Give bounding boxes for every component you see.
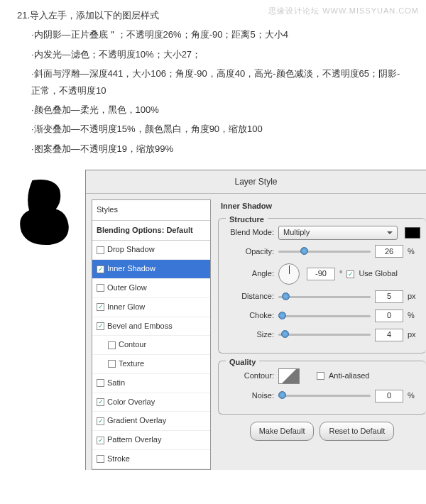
style-checkbox[interactable]: ✓ (97, 437, 104, 444)
style-label: Drop Shadow (107, 243, 155, 257)
noise-input[interactable]: 0 (375, 390, 403, 402)
tutorial-text: 21.导入左手，添加以下的图层样式 ·内阴影—正片叠底＂；不透明度26%；角度-… (0, 0, 426, 157)
style-row-stroke[interactable]: Stroke (92, 450, 210, 469)
bullet: ·内发光—滤色；不透明度10%；大小27； (17, 46, 409, 62)
opacity-input[interactable]: 26 (375, 245, 403, 258)
style-row-texture[interactable]: Texture (92, 355, 210, 374)
section-title: Inner Shadow (221, 199, 426, 214)
shadow-color-swatch[interactable] (405, 227, 420, 239)
style-checkbox[interactable]: ✓ (97, 417, 104, 425)
blending-options-row[interactable]: Blending Options: Default (92, 221, 210, 241)
structure-label: Structure (226, 213, 268, 227)
bullet: ·图案叠加—不透明度19，缩放99% (17, 141, 409, 157)
quality-label: Quality (226, 356, 259, 370)
style-checkbox[interactable] (97, 379, 104, 387)
distance-label: Distance: (224, 290, 274, 304)
size-slider[interactable] (278, 330, 371, 340)
opacity-slider[interactable] (278, 246, 371, 256)
style-row-bevel-and-emboss[interactable]: ✓Bevel and Emboss (92, 317, 210, 336)
style-label: Satin (107, 376, 125, 390)
watermark-text: 思缘设计论坛 WWW.MISSYUAN.COM (268, 4, 419, 18)
style-checkbox[interactable] (97, 246, 104, 254)
structure-group: Structure Blend Mode: Multiply Opacity: … (218, 218, 426, 354)
distance-input[interactable]: 5 (375, 290, 403, 303)
style-row-pattern-overlay[interactable]: ✓Pattern Overlay (92, 431, 210, 450)
blend-mode-select[interactable]: Multiply (278, 226, 398, 240)
use-global-checkbox[interactable]: ✓ (346, 270, 354, 278)
settings-panel: Inner Shadow Structure Blend Mode: Multi… (211, 199, 426, 470)
style-row-contour[interactable]: Contour (92, 336, 210, 355)
style-row-inner-shadow[interactable]: ✓Inner Shadow (92, 260, 210, 279)
style-checkbox[interactable] (97, 284, 104, 292)
quality-group: Quality Contour: Anti-aliased Noise: 0 % (218, 361, 426, 415)
use-global-label: Use Global (359, 267, 397, 281)
style-row-color-overlay[interactable]: ✓Color Overlay (92, 393, 210, 412)
layer-style-dialog: Layer Style Styles Blending Options: Def… (85, 170, 426, 470)
bullet: ·渐变叠加—不透明度15%，颜色黑白，角度90，缩放100 (17, 121, 409, 137)
noise-label: Noise: (224, 389, 274, 403)
style-label: Bevel and Emboss (107, 319, 173, 334)
style-label: Inner Glow (107, 300, 145, 314)
contour-picker[interactable] (278, 368, 300, 384)
noise-slider[interactable] (278, 391, 371, 401)
angle-dial[interactable] (278, 263, 300, 285)
anti-aliased-label: Anti-aliased (329, 369, 369, 383)
style-label: Gradient Overlay (107, 414, 166, 428)
style-checkbox[interactable] (108, 360, 116, 368)
size-input[interactable]: 4 (375, 329, 403, 341)
style-row-drop-shadow[interactable]: Drop Shadow (92, 241, 210, 260)
style-label: Outer Glow (107, 281, 147, 295)
style-checkbox[interactable]: ✓ (97, 303, 104, 311)
style-checkbox[interactable]: ✓ (97, 398, 104, 406)
dialog-title: Layer Style (86, 170, 426, 194)
style-checkbox[interactable]: ✓ (97, 265, 104, 273)
bullet: ·颜色叠加—柔光，黑色，100% (17, 102, 409, 118)
noise-unit: % (408, 389, 420, 403)
angle-input[interactable]: -90 (307, 268, 335, 280)
style-label: Texture (119, 357, 144, 371)
distance-slider[interactable] (278, 292, 371, 302)
choke-label: Choke: (224, 309, 274, 323)
style-row-satin[interactable]: Satin (92, 374, 210, 393)
blend-mode-label: Blend Mode: (224, 226, 274, 240)
hand-shape-preview (10, 177, 81, 470)
style-label: Pattern Overlay (107, 433, 161, 447)
style-label: Contour (119, 338, 146, 352)
style-row-inner-glow[interactable]: ✓Inner Glow (92, 298, 210, 317)
make-default-button[interactable]: Make Default (250, 422, 315, 442)
style-checkbox[interactable] (108, 341, 116, 349)
anti-aliased-checkbox[interactable] (317, 372, 324, 380)
size-label: Size: (224, 328, 274, 342)
style-label: Stroke (107, 452, 130, 466)
bullet: ·斜面与浮雕—深度441，大小106；角度-90，高度40，高光-颜色减淡，不透… (17, 65, 409, 99)
styles-header[interactable]: Styles (92, 200, 210, 221)
style-label: Color Overlay (107, 395, 155, 410)
choke-slider[interactable] (278, 311, 371, 321)
angle-label: Angle: (224, 267, 274, 281)
style-label: Inner Shadow (107, 262, 155, 276)
style-checkbox[interactable] (97, 455, 104, 463)
bullet: ·内阴影—正片叠底＂；不透明度26%；角度-90；距离5；大小4 (17, 26, 409, 43)
contour-label: Contour: (224, 369, 274, 383)
size-unit: px (408, 328, 420, 342)
reset-default-button[interactable]: Reset to Default (320, 422, 394, 442)
choke-input[interactable]: 0 (375, 309, 403, 322)
style-checkbox[interactable]: ✓ (97, 322, 104, 330)
styles-list: Styles Blending Options: Default Drop Sh… (92, 199, 211, 470)
opacity-unit: % (408, 245, 420, 259)
style-row-outer-glow[interactable]: Outer Glow (92, 279, 210, 298)
style-row-gradient-overlay[interactable]: ✓Gradient Overlay (92, 412, 210, 431)
distance-unit: px (408, 290, 420, 304)
opacity-label: Opacity: (224, 245, 274, 259)
choke-unit: % (408, 309, 420, 323)
